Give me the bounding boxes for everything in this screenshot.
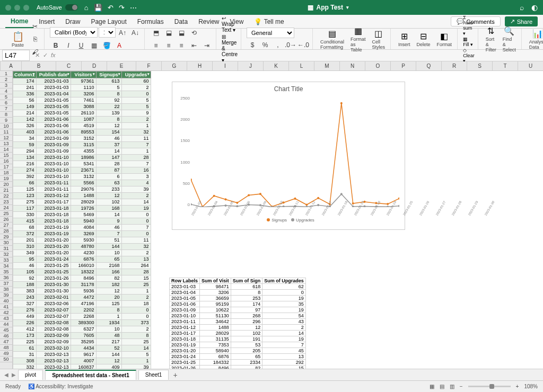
align-center-icon[interactable]: ≡ — [163, 40, 174, 51]
paste-button[interactable]: 📋 Paste — [8, 31, 27, 48]
align-right-icon[interactable]: ≡ — [176, 40, 187, 51]
page-layout-view-icon[interactable]: ▤ — [440, 384, 444, 389]
column-header[interactable]: Q — [416, 61, 442, 70]
analyse-data-button[interactable]: 📊Analyse Data — [527, 29, 543, 50]
sort-filter-button[interactable]: ⇅Sort & Filter — [484, 26, 498, 52]
tab-review[interactable]: Review — [193, 15, 224, 28]
decrease-decimal-icon[interactable]: ←.0 — [297, 39, 309, 51]
indent-decrease-icon[interactable]: ⇤ — [188, 40, 200, 51]
row-header[interactable]: 2 — [0, 77, 12, 83]
font-size-select[interactable]: 12 — [99, 27, 116, 38]
italic-icon[interactable]: I — [63, 40, 74, 51]
row-header[interactable]: 11 — [0, 129, 12, 135]
cancel-formula-icon[interactable]: ✕ — [35, 52, 40, 59]
search-icon[interactable]: ⌕ — [520, 3, 524, 12]
row-header[interactable]: 20 — [0, 182, 12, 188]
row-header[interactable]: 44 — [0, 322, 12, 327]
row-header[interactable]: 41 — [0, 304, 12, 310]
column-header[interactable]: H — [187, 61, 213, 70]
row-header[interactable]: 6 — [0, 100, 12, 106]
row-header[interactable]: 47 — [0, 339, 12, 345]
cell-styles-button[interactable]: ◫Cell Styles — [370, 29, 388, 50]
column-header[interactable]: F — [136, 61, 162, 70]
redo-icon[interactable]: ↷ — [119, 4, 125, 12]
border-icon[interactable]: ▦ — [88, 40, 100, 51]
fill-button[interactable]: ▦ Fill ▾ — [463, 37, 475, 47]
row-header[interactable]: 49 — [0, 351, 12, 357]
row-header[interactable]: 12 — [0, 135, 12, 141]
row-header[interactable]: 27 — [0, 222, 12, 228]
column-header[interactable]: L — [289, 61, 314, 70]
column-header[interactable]: C — [56, 61, 82, 70]
row-header[interactable]: 39 — [0, 292, 12, 298]
conditional-formatting-button[interactable]: ▤Conditional Formatting — [318, 29, 346, 50]
insert-cells-button[interactable]: ⊞Insert — [396, 31, 413, 47]
tab-formulas[interactable]: Formulas — [132, 15, 169, 28]
indent-increase-icon[interactable]: ⇥ — [201, 40, 213, 51]
row-header[interactable]: 28 — [0, 228, 12, 234]
row-header[interactable]: 29 — [0, 234, 12, 240]
comments-button[interactable]: 💬Comments — [451, 16, 500, 26]
bold-icon[interactable]: B — [50, 40, 62, 51]
row-header[interactable]: 22 — [0, 193, 12, 199]
increase-font-icon[interactable]: A↑ — [117, 27, 128, 39]
row-header[interactable]: 8 — [0, 112, 12, 118]
row-header[interactable]: 24 — [0, 205, 12, 211]
row-header[interactable]: 25 — [0, 211, 12, 217]
data-table[interactable]: Column1Publish dateVisitorsSignupsUpgrad… — [13, 71, 151, 369]
row-header[interactable]: 9 — [0, 118, 12, 123]
delete-cells-button[interactable]: ⊟Delete — [415, 31, 433, 47]
column-header[interactable]: M — [314, 61, 340, 70]
column-header[interactable]: K — [264, 61, 289, 70]
name-box[interactable] — [2, 50, 30, 61]
chart[interactable]: Chart Title 25002000150010005000 2023-01… — [172, 82, 405, 230]
merge-button[interactable]: ⊞ Merge & Centre ▾ — [222, 34, 238, 63]
tab-page-layout[interactable]: Page Layout — [85, 15, 132, 28]
currency-icon[interactable]: $ — [247, 39, 258, 51]
row-header[interactable]: 32 — [0, 252, 12, 257]
zoom-level[interactable]: 108% — [524, 384, 538, 389]
column-header[interactable]: I — [213, 61, 238, 70]
row-header[interactable]: 7 — [0, 106, 12, 112]
minimize-window-icon[interactable] — [14, 5, 20, 11]
row-header[interactable]: 19 — [0, 176, 12, 182]
column-header[interactable]: P — [391, 61, 416, 70]
percent-icon[interactable]: % — [259, 39, 271, 51]
row-header[interactable]: 45 — [0, 327, 12, 333]
copy-icon[interactable]: ⎘ — [29, 33, 41, 45]
row-header[interactable]: 36 — [0, 275, 12, 281]
sheet-tab[interactable]: Spreadsheet test data - Sheet1 — [45, 370, 136, 380]
column-header[interactable]: D — [82, 61, 107, 70]
formula-input[interactable] — [59, 55, 543, 57]
pivot-table[interactable]: Row LabelsSum of VisitSum of SignSum of … — [169, 278, 306, 369]
column-header[interactable]: G — [162, 61, 187, 70]
row-header[interactable]: 30 — [0, 240, 12, 246]
column-header[interactable]: N — [340, 61, 365, 70]
zoom-in-icon[interactable]: + — [516, 384, 519, 389]
row-header[interactable]: 5 — [0, 94, 12, 100]
align-bottom-icon[interactable]: ⬓ — [176, 27, 187, 39]
normal-view-icon[interactable]: ▦ — [430, 384, 434, 389]
add-sheet-button[interactable]: + — [173, 371, 177, 379]
row-header[interactable]: 38 — [0, 287, 12, 292]
confirm-formula-icon[interactable]: ✓ — [43, 52, 48, 59]
column-header[interactable]: B — [22, 61, 56, 70]
column-header[interactable]: U — [518, 61, 543, 70]
cells-area[interactable]: Column1Publish dateVisitorsSignupsUpgrad… — [13, 71, 543, 369]
zoom-out-icon[interactable]: − — [460, 384, 463, 389]
row-header[interactable]: 35 — [0, 269, 12, 275]
row-header[interactable]: 33 — [0, 257, 12, 263]
row-header[interactable]: 14 — [0, 147, 12, 153]
row-header[interactable]: 16 — [0, 158, 12, 164]
undo-icon[interactable]: ↶ — [108, 4, 113, 12]
tab-draw[interactable]: Draw — [60, 15, 85, 28]
row-header[interactable]: 18 — [0, 170, 12, 176]
number-format-select[interactable]: General — [247, 28, 294, 38]
sheet-next-icon[interactable]: ▶ — [12, 372, 16, 378]
find-select-button[interactable]: 🔍Find & Select — [501, 26, 518, 52]
share-button[interactable]: ↗Share — [505, 16, 538, 26]
column-header[interactable]: O — [365, 61, 391, 70]
column-header[interactable]: J — [238, 61, 264, 70]
increase-decimal-icon[interactable]: .0→ — [285, 39, 296, 51]
wrap-text-button[interactable]: ↩ Wrap Text ▾ — [222, 15, 238, 33]
